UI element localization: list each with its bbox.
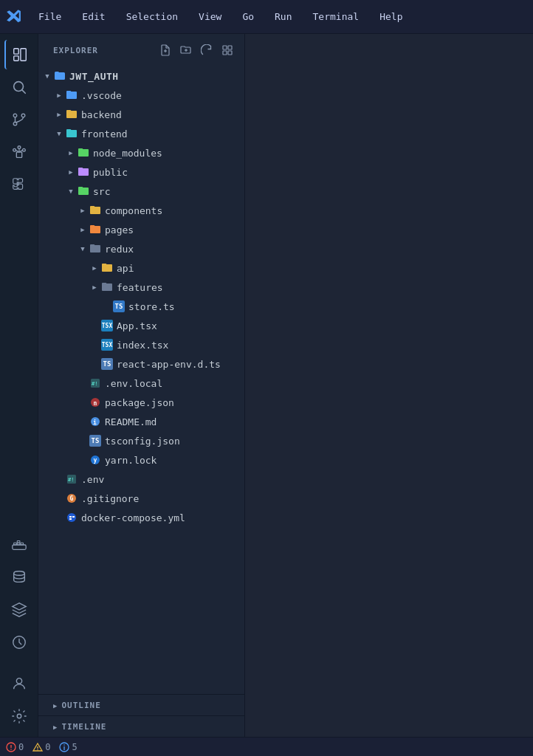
yarn-lock-chevron	[77, 454, 89, 466]
info-count[interactable]: 5	[59, 742, 77, 752]
tree-item-gitignore[interactable]: G .gitignore	[38, 489, 244, 508]
env-local-chevron	[77, 377, 89, 389]
tree-item-tsconfig[interactable]: TS tsconfig.json	[38, 431, 244, 450]
features-chevron	[89, 281, 100, 293]
app-tsx-chevron	[89, 320, 100, 331]
backend-folder-name: backend	[81, 109, 122, 120]
tree-item-yarn-lock[interactable]: y yarn.lock	[38, 450, 244, 470]
tree-item-api[interactable]: api	[38, 258, 244, 278]
gitignore-chevron	[53, 492, 65, 504]
menu-file[interactable]: File	[34, 8, 66, 25]
features-folder-name: features	[117, 282, 163, 293]
components-folder-icon	[89, 204, 102, 217]
menu-go[interactable]: Go	[238, 8, 258, 25]
api-folder-icon	[100, 261, 114, 275]
outline-header[interactable]: OUTLINE	[38, 695, 244, 715]
tree-item-pages[interactable]: pages	[38, 220, 244, 239]
main-layout: EXPLORER	[0, 34, 533, 737]
refresh-btn[interactable]	[199, 42, 215, 58]
components-chevron	[77, 205, 89, 216]
new-folder-btn[interactable]	[178, 42, 194, 58]
svg-text:#!: #!	[68, 477, 74, 483]
tree-item-features[interactable]: features	[38, 278, 244, 297]
svg-point-19	[16, 678, 21, 684]
svg-line-4	[22, 90, 25, 93]
activity-docker[interactable]	[4, 530, 34, 560]
tree-item-index-tsx[interactable]: TSX index.tsx	[38, 335, 244, 354]
activity-account[interactable]	[4, 669, 34, 698]
env-icon: #!	[65, 472, 78, 486]
svg-rect-15	[20, 543, 23, 545]
pages-chevron	[77, 224, 89, 236]
tree-item-src[interactable]: src	[38, 182, 244, 201]
tree-item-backend[interactable]: backend	[38, 105, 244, 124]
tree-item-frontend[interactable]: frontend	[38, 124, 244, 143]
tree-item-app-tsx[interactable]: TSX App.tsx	[38, 316, 244, 335]
svg-rect-11	[16, 152, 21, 157]
package-json-icon: n	[89, 396, 102, 409]
activity-explorer[interactable]	[4, 40, 34, 69]
activity-extensions[interactable]	[4, 170, 34, 199]
src-folder-name: src	[93, 186, 110, 197]
tree-item-env[interactable]: #! .env	[38, 470, 244, 489]
svg-rect-12	[12, 545, 25, 549]
error-count-value: 0	[18, 742, 24, 752]
sidebar: EXPLORER	[38, 34, 245, 737]
svg-text:G: G	[70, 495, 74, 502]
svg-rect-25	[223, 46, 227, 49]
svg-point-41	[67, 513, 76, 522]
outline-title: OUTLINE	[61, 701, 100, 710]
svg-point-10	[22, 148, 25, 151]
tree-item-vscode[interactable]: .vscode	[38, 86, 244, 105]
tree-item-docker-compose[interactable]: docker-compose.yml	[38, 508, 244, 527]
app-tsx-icon: TSX	[100, 319, 114, 332]
activity-source-control[interactable]	[4, 105, 34, 134]
activity-settings[interactable]	[4, 701, 34, 731]
tsconfig-name: tsconfig.json	[105, 436, 180, 447]
frontend-folder-icon	[65, 127, 78, 140]
menu-view[interactable]: View	[194, 8, 226, 25]
tree-item-package-json[interactable]: n package.json	[38, 393, 244, 412]
react-app-env-icon: TS	[100, 357, 114, 371]
menu-run[interactable]: Run	[270, 8, 296, 25]
env-name: .env	[81, 474, 104, 485]
svg-point-9	[13, 148, 16, 151]
tree-item-components[interactable]: components	[38, 201, 244, 220]
warning-count[interactable]: 0	[32, 742, 50, 752]
menu-help[interactable]: Help	[375, 8, 407, 25]
menu-selection[interactable]: Selection	[122, 8, 182, 25]
tree-item-public[interactable]: public	[38, 162, 244, 182]
svg-text:i: i	[93, 419, 97, 426]
tree-item-store-ts[interactable]: TS store.ts	[38, 297, 244, 316]
tree-item-env-local[interactable]: #! .env.local	[38, 374, 244, 393]
tree-root[interactable]: JWT_AUTH	[38, 66, 244, 86]
activity-bar-bottom	[4, 530, 34, 731]
activity-lightning[interactable]	[4, 628, 34, 657]
status-bar: 0 0 5	[0, 737, 533, 756]
outline-chevron	[53, 701, 57, 709]
tree-item-redux[interactable]: redux	[38, 239, 244, 258]
timeline-title: TIMELINE	[61, 722, 106, 732]
activity-layers[interactable]	[4, 595, 34, 625]
menu-terminal[interactable]: Terminal	[309, 8, 364, 25]
activity-database[interactable]	[4, 563, 34, 592]
public-folder-icon	[77, 165, 90, 179]
collapse-all-btn[interactable]	[219, 42, 235, 58]
public-chevron	[65, 166, 77, 178]
tree-item-node-modules[interactable]: node_modules	[38, 143, 244, 162]
new-file-btn[interactable]	[157, 42, 173, 58]
info-count-value: 5	[72, 742, 77, 752]
activity-debug[interactable]	[4, 137, 34, 167]
react-app-env-name: react-app-env.d.ts	[117, 359, 221, 370]
redux-folder-name: redux	[105, 244, 134, 255]
index-tsx-chevron	[89, 339, 100, 351]
index-tsx-name: index.tsx	[117, 340, 168, 351]
error-count[interactable]: 0	[6, 742, 24, 752]
menu-edit[interactable]: Edit	[78, 8, 109, 25]
docker-compose-icon	[65, 511, 78, 524]
tree-item-readme[interactable]: i README.md	[38, 412, 244, 431]
activity-search[interactable]	[4, 72, 34, 102]
tree-item-react-app-env[interactable]: TS react-app-env.d.ts	[38, 354, 244, 374]
timeline-header[interactable]: TIMELINE	[38, 716, 244, 737]
root-folder-name: JWT_AUTH	[69, 71, 119, 82]
